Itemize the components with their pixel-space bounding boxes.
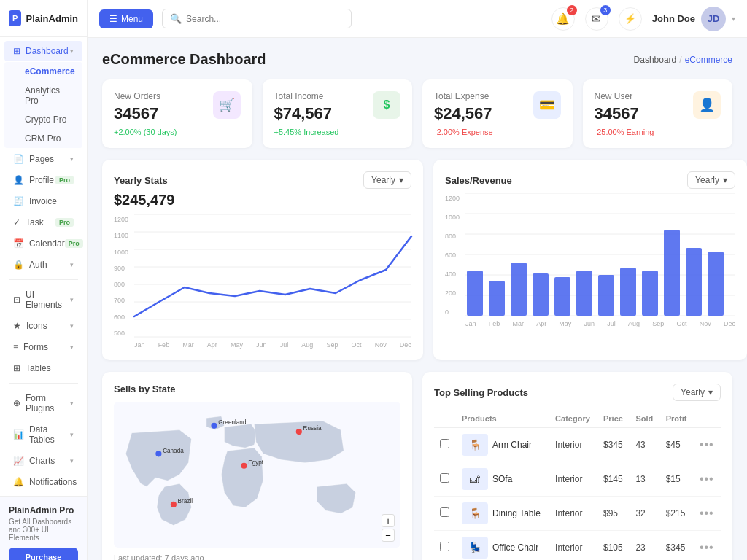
bar-chart-container: 120010008006004002000 [445,193,735,327]
svg-point-33 [241,463,247,469]
row-more-button[interactable]: ••• [700,438,714,451]
row-checkbox[interactable] [440,542,449,551]
col-actions [694,410,721,428]
table-card-header: Top Selling Products Yearly ▾ [434,384,721,401]
svg-text:Russia: Russia [303,425,322,432]
page-header: eCommerce Dashboard Dashboard / eCommerc… [102,51,732,68]
row-checkbox[interactable] [440,439,449,448]
sidebar-item-dashboard[interactable]: ⊞ Dashboard ▾ [4,41,82,61]
table-body: 🪑 Arm Chair Interior $345 43 $45 ••• [434,428,721,561]
map-container: Greenland Russia Canada Egypt Brazil [114,402,400,548]
logo-text: PlainAdmin [26,13,78,24]
sidebar-item-invoice[interactable]: 🧾 Invoice [4,191,82,211]
profit-cell: $15 [660,462,694,497]
price-cell: $105 [597,531,630,561]
sidebar-item-task[interactable]: ✓ Task Pro [4,212,82,233]
stat-info: Total Expense $24,567 [434,91,492,123]
sidebar-item-charts[interactable]: 📈 Charts ▾ [4,451,82,471]
purchase-now-button[interactable]: Purchase Now [9,548,78,560]
profit-cell: $215 [660,497,694,531]
sidebar-subitem-ecommerce[interactable]: eCommerce [4,62,82,81]
messages-icon-wrap[interactable]: ✉ 3 [585,7,608,31]
bell-badge: 2 [567,5,577,15]
stat-value: 34567 [114,104,160,123]
profit-cell: $45 [660,428,694,462]
promo-title: PlainAdmin Pro [9,505,78,516]
svg-text:Egypt: Egypt [248,459,264,466]
dropdown-chevron-icon: ▾ [723,175,727,185]
menu-button[interactable]: ☰ Menu [99,9,153,28]
breadcrumb-home[interactable]: Dashboard [634,55,677,65]
chart-title: Sales/Revenue [445,175,512,186]
sidebar-item-data-tables[interactable]: 📊 Data Tables ▾ [4,419,82,450]
map-zoom-in-button[interactable]: + [382,514,395,527]
map-zoom-out-button[interactable]: − [382,529,395,542]
dropdown-chevron-icon: ▾ [708,387,713,397]
sidebar-subitem-analytics[interactable]: Analytics Pro [4,81,82,110]
filter-icon: ⚡ [619,7,642,31]
chevron-down-icon: ▾ [70,400,74,407]
product-cell: 🪑 Arm Chair [456,428,549,462]
svg-point-29 [296,429,302,435]
sidebar-item-notifications[interactable]: 🔔 Notifications [4,472,82,492]
sidebar-subitem-crypto[interactable]: Crypto Pro [4,110,82,129]
col-category: Category [549,410,597,428]
row-checkbox[interactable] [440,508,449,517]
search-input[interactable] [186,14,344,24]
stat-card-header: Total Expense $24,567 💳 [434,91,561,123]
stat-info: New Orders 34567 [114,91,160,123]
promo-description: Get All Dashboards and 300+ UI Elements [9,518,78,542]
row-checkbox[interactable] [440,473,449,483]
svg-rect-23 [642,271,658,316]
sidebar-item-auth[interactable]: 🔒 Auth ▾ [4,254,82,275]
sidebar-item-calendar[interactable]: 📅 Calendar Pro [4,233,82,254]
svg-rect-19 [554,277,570,316]
stat-change: +5.45% Increased [274,128,401,136]
filter-icon-wrap[interactable]: ⚡ [619,7,642,31]
stat-label: New User [595,91,639,101]
sidebar-item-tables[interactable]: ⊞ Tables [4,358,82,378]
sales-dropdown-button[interactable]: Yearly ▾ [687,171,735,189]
sidebar-nav: ⊞ Dashboard ▾ eCommerce Analytics Pro Cr… [0,37,87,496]
charts-row: Yearly Stats Yearly ▾ $245,479 120011001… [102,160,732,360]
table-row: 💺 Office Chair Interior $105 23 $345 ••• [434,531,721,561]
breadcrumb: Dashboard / eCommerce [634,55,732,65]
product-name-cell: 🪑 Arm Chair [462,434,543,456]
sidebar-item-forms[interactable]: ≡ Forms ▾ [4,337,82,357]
notifications-bell[interactable]: 🔔 2 [551,7,575,31]
category-cell: Interior [549,462,597,497]
chevron-down-icon: ▾ [70,155,74,163]
products-dropdown-button[interactable]: Yearly ▾ [673,384,721,401]
stat-icon-user: 👤 [693,91,721,119]
sidebar-item-icons[interactable]: ★ Icons ▾ [4,316,82,336]
table-row: 🛋 SOfa Interior $145 13 $15 ••• [434,462,721,497]
stat-card-new-orders: New Orders 34567 🛒 +2.00% (30 days) [102,79,252,148]
yearly-dropdown-button[interactable]: Yearly ▾ [363,171,411,189]
price-cell: $345 [597,428,630,462]
stat-info: New User 34567 [595,91,639,123]
sidebar-item-form-plugins[interactable]: ⊕ Form Plugins ▾ [4,388,82,419]
mail-badge: 3 [600,5,611,15]
sidebar-item-profile[interactable]: 👤 Profile Pro [4,170,82,190]
row-check-cell [434,462,456,497]
row-more-button[interactable]: ••• [700,472,714,486]
actions-cell: ••• [694,462,721,497]
row-more-button[interactable]: ••• [700,541,714,554]
search-box: 🔍 [162,9,352,28]
stat-value: $24,567 [434,104,492,123]
row-more-button[interactable]: ••• [700,507,714,520]
stat-label: Total Income [274,91,333,101]
form-plugins-icon: ⊕ [13,398,20,408]
user-profile[interactable]: John Doe JD ▾ [652,7,735,31]
sidebar-subitem-crm[interactable]: CRM Pro [4,129,82,148]
x-axis-labels-line: JanFebMarAprMayJunJulAugSepOctNovDec [134,341,411,349]
sidebar-item-pages[interactable]: 📄 Pages ▾ [4,149,82,169]
chart-card-header: Yearly Stats Yearly ▾ [114,171,411,189]
table-head: Products Category Price Sold Profit [434,410,721,428]
page-title: eCommerce Dashboard [102,51,266,68]
actions-cell: ••• [694,428,721,462]
table-title: Top Selling Products [434,387,528,398]
col-price: Price [597,410,630,428]
category-cell: Interior [549,428,597,462]
sidebar-item-ui-elements[interactable]: ⊡ UI Elements ▾ [4,284,82,315]
